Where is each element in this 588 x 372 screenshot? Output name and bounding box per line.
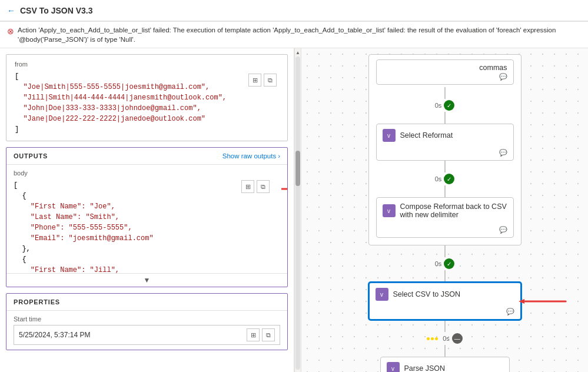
- parse-json-header: v Parse JSON: [381, 357, 509, 372]
- timing-4: 0s: [443, 335, 450, 342]
- outputs-section: OUTPUTS Show raw outputs › body ⊞ ⧉: [6, 147, 288, 287]
- back-button[interactable]: ←: [7, 6, 15, 15]
- left-panel: from ⊞ ⧉ [ "Joe|Smith|555-555-5555|joesm…: [0, 48, 294, 372]
- select-csv-card[interactable]: v Select CSV to JSON 💬: [368, 282, 521, 320]
- prop-icons: ⊞ ⧉: [247, 328, 275, 341]
- outputs-open-brace-2: {: [14, 255, 26, 264]
- start-time-value-box: 5/25/2024, 5:37:14 PM ⊞ ⧉: [14, 325, 280, 345]
- select-csv-header: v Select CSV to JSON: [370, 283, 520, 305]
- svg-marker-3: [519, 299, 524, 304]
- pending-dot-2: [431, 337, 434, 340]
- from-label: from: [15, 61, 279, 68]
- from-code-toolbar: ⊞ ⧉: [248, 74, 277, 87]
- select-reformat-card[interactable]: v Select Reformat 💬: [376, 124, 514, 161]
- outputs-code: ⊞ ⧉ [ { "First Name": "Joe", "Last Name"…: [6, 179, 287, 273]
- success-dot-3: ✓: [444, 258, 454, 269]
- outputs-open-bracket: [: [14, 181, 18, 190]
- select-reformat-icon-label: v: [387, 132, 390, 139]
- select-reformat-comment-icon: 💬: [499, 149, 507, 157]
- from-line-1: "Joe|Smith|555-555-5555|joesmith@gmail.c…: [15, 83, 210, 91]
- connector-vertical-3: [444, 245, 446, 257]
- select-csv-icon-label: v: [380, 291, 383, 298]
- connector-vertical-3b: [444, 270, 446, 282]
- connector-vertical-4b: [444, 345, 446, 357]
- connector-badge-2: 0s ✓: [435, 172, 455, 185]
- show-raw-outputs-link[interactable]: Show raw outputs ›: [222, 152, 280, 160]
- connector-1: 0s ✓: [435, 87, 455, 124]
- select-csv-comment-icon: 💬: [506, 308, 514, 315]
- outputs-lastname: "Last Name": "Smith",: [14, 213, 119, 221]
- start-time-value: 5/25/2024, 5:37:14 PM: [19, 331, 90, 339]
- compose-reformat-card[interactable]: v Compose Reformat back to CSV with new …: [376, 197, 514, 238]
- outer-group-box: commas 💬 0s ✓: [368, 54, 521, 245]
- timing-3: 0s: [435, 260, 442, 267]
- select-csv-title: Select CSV to JSON: [393, 290, 461, 298]
- red-arrow-annotation-outputs: [281, 185, 287, 193]
- outputs-phone: "Phone": "555-555-5555",: [14, 224, 132, 232]
- scroll-down-icon: ▼: [144, 276, 151, 284]
- outputs-code-wrapper: ⊞ ⧉ [ { "First Name": "Joe", "Last Name"…: [6, 179, 287, 273]
- connector-vertical-1: [444, 87, 446, 99]
- connector-vertical-2: [444, 161, 446, 172]
- select-csv-wrapper: v Select CSV to JSON 💬: [368, 282, 521, 320]
- from-open-bracket: [: [15, 72, 19, 81]
- pending-dots: [427, 337, 438, 340]
- red-arrow-annotation-csv: [519, 297, 569, 305]
- from-copy-button[interactable]: ⧉: [264, 74, 277, 87]
- select-reformat-header: v Select Reformat: [377, 124, 513, 147]
- show-raw-chevron-icon: ›: [278, 152, 280, 160]
- parse-json-card[interactable]: v Parse JSON ⓘ ActionConditionFailed. Th…: [380, 357, 510, 372]
- connector-badge-3: 0s ✓: [435, 257, 455, 270]
- show-raw-label: Show raw outputs: [222, 152, 276, 160]
- properties-header: PROPERTIES: [6, 294, 287, 311]
- select-reformat-title: Select Reformat: [400, 131, 453, 140]
- outputs-header: OUTPUTS Show raw outputs ›: [6, 148, 287, 165]
- compose-reformat-icon: v: [383, 204, 396, 217]
- connector-3: 0s ✓: [435, 245, 455, 282]
- compose-reformat-footer: 💬: [377, 224, 513, 237]
- from-expand-button[interactable]: ⊞: [248, 74, 261, 87]
- scroll-down-button[interactable]: ▼: [6, 273, 287, 287]
- properties-section: PROPERTIES Start time 5/25/2024, 5:37:14…: [6, 293, 288, 350]
- error-icon: ⊗: [7, 26, 14, 38]
- start-time-label: Start time: [14, 315, 280, 323]
- main-layout: from ⊞ ⧉ [ "Joe|Smith|555-555-5555|joesm…: [0, 48, 588, 372]
- from-line-4: "Jane|Doe|222-222-2222|janedoe@outlook.c…: [15, 115, 205, 123]
- compose-reformat-icon-label: v: [387, 208, 390, 214]
- parse-json-icon: v: [387, 362, 400, 372]
- connector-2: 0s ✓: [435, 161, 455, 197]
- body-label: body: [6, 165, 287, 179]
- page-title: CSV To JSON V3.3: [20, 6, 92, 15]
- title-bar: ← CSV To JSON V3.3: [0, 0, 588, 21]
- start-time-expand-button[interactable]: ⊞: [247, 328, 260, 341]
- select-reformat-footer: 💬: [377, 147, 513, 160]
- commas-text: commas: [479, 64, 507, 72]
- select-reformat-icon: v: [383, 129, 396, 142]
- compose-reformat-comment-icon: 💬: [499, 226, 507, 234]
- scroll-divider: ▲ ▼: [294, 48, 301, 372]
- from-close-bracket: ]: [15, 125, 19, 134]
- timing-2: 0s: [435, 175, 442, 182]
- right-panel: commas 💬 0s ✓: [301, 48, 588, 372]
- success-dot-1: ✓: [444, 100, 454, 111]
- connector-vertical-1b: [444, 112, 446, 124]
- start-time-copy-button[interactable]: ⧉: [262, 328, 275, 341]
- error-banner: ⊗ Action 'Apply_to_each_Add_to_table_or_…: [0, 21, 588, 48]
- outputs-toolbar: ⊞ ⧉: [241, 180, 270, 193]
- outputs-firstname-2: "First Name": "Jill",: [14, 266, 119, 273]
- scroll-track: [295, 57, 300, 370]
- from-code-area: ⊞ ⧉ [ "Joe|Smith|555-555-5555|joesmith@g…: [15, 71, 279, 135]
- fail-dot-1: —: [452, 333, 463, 344]
- from-section: from ⊞ ⧉ [ "Joe|Smith|555-555-5555|joesm…: [6, 54, 288, 141]
- compose-reformat-header: v Compose Reformat back to CSV with new …: [377, 198, 513, 224]
- outputs-expand-button[interactable]: ⊞: [241, 180, 254, 193]
- outputs-copy-button[interactable]: ⧉: [257, 180, 270, 193]
- comment-icon-top: 💬: [499, 73, 507, 81]
- outputs-title: OUTPUTS: [14, 152, 48, 160]
- scroll-up-button[interactable]: ▲: [295, 49, 301, 55]
- connector-badge-4: 0s —: [427, 332, 463, 345]
- connector-vertical-4: [444, 320, 446, 332]
- parse-json-icon-label: v: [391, 366, 394, 372]
- flow-container: commas 💬 0s ✓: [311, 54, 579, 372]
- scroll-thumb[interactable]: [295, 151, 300, 186]
